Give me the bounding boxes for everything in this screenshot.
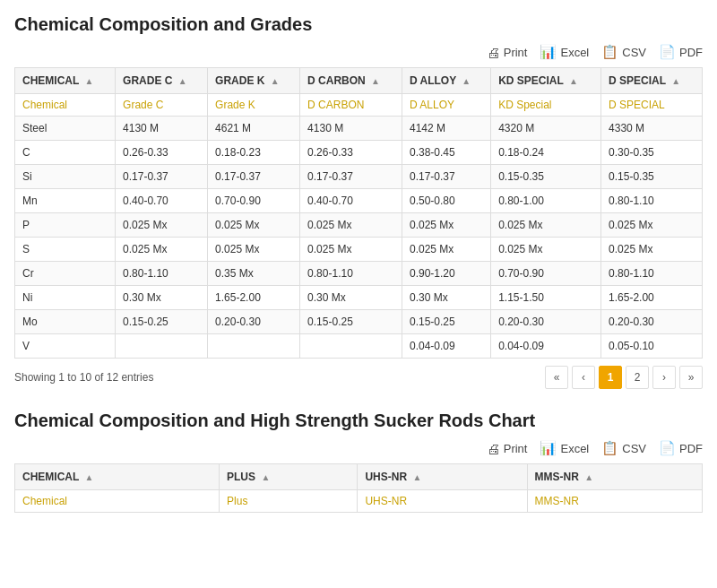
col-grade-c[interactable]: GRADE C ▲: [116, 68, 208, 94]
cell-d_special: 0.20-0.30: [601, 310, 703, 334]
section2-excel-button[interactable]: 📊 Excel: [540, 440, 589, 456]
cell-kd_special: 0.70-0.90: [491, 262, 601, 286]
s2-filter-plus: Plus: [220, 490, 358, 513]
cell-grade_k: 1.65-2.00: [208, 286, 300, 310]
cell-d_carbon: 0.26-0.33: [300, 141, 402, 165]
table-row: C0.26-0.330.18-0.230.26-0.330.38-0.450.1…: [15, 141, 703, 165]
cell-kd_special: 0.04-0.09: [491, 334, 601, 359]
cell-chemical: V: [15, 334, 116, 359]
cell-grade_k: 0.17-0.37: [208, 165, 300, 189]
cell-chemical: Mn: [15, 189, 116, 213]
cell-d_carbon: 4130 M: [300, 117, 402, 141]
cell-d_special: 0.30-0.35: [601, 141, 703, 165]
cell-d_carbon: 0.15-0.25: [300, 310, 402, 334]
col-d-carbon[interactable]: D CARBON ▲: [300, 68, 402, 94]
csv-button[interactable]: 📋 CSV: [601, 44, 646, 60]
cell-grade_k: [208, 334, 300, 359]
cell-grade_k: 0.025 Mx: [208, 238, 300, 262]
section2-header-row: CHEMICAL ▲ PLUS ▲ UHS-NR ▲ MMS-NR ▲: [15, 464, 703, 490]
cell-chemical: Ni: [15, 286, 116, 310]
cell-d_alloy: 4142 M: [402, 117, 490, 141]
csv-icon: 📋: [601, 44, 618, 60]
cell-d_carbon: 0.80-1.10: [300, 262, 402, 286]
table-row: Si0.17-0.370.17-0.370.17-0.370.17-0.370.…: [15, 165, 703, 189]
filter-kd-special: KD Special: [491, 94, 601, 117]
cell-grade_c: [116, 334, 208, 359]
s2-col-uhs-nr[interactable]: UHS-NR ▲: [358, 464, 527, 490]
cell-grade_k: 0.35 Mx: [208, 262, 300, 286]
s2-col-plus[interactable]: PLUS ▲: [220, 464, 358, 490]
section2-table: CHEMICAL ▲ PLUS ▲ UHS-NR ▲ MMS-NR ▲ Chem…: [14, 463, 703, 513]
page-prev-btn[interactable]: ‹: [572, 366, 595, 389]
sort-grade-c-icon: ▲: [178, 76, 187, 86]
cell-d_alloy: 0.50-0.80: [402, 189, 490, 213]
cell-grade_k: 0.025 Mx: [208, 213, 300, 238]
section2-toolbar: 🖨 Print 📊 Excel 📋 CSV 📄 PDF: [14, 440, 703, 456]
col-chemical[interactable]: CHEMICAL ▲: [15, 68, 116, 94]
cell-grade_k: 0.70-0.90: [208, 189, 300, 213]
cell-chemical: Mo: [15, 310, 116, 334]
print-icon: 🖨: [487, 45, 500, 60]
cell-d_special: 4330 M: [601, 117, 703, 141]
cell-kd_special: 0.025 Mx: [491, 213, 601, 238]
cell-d_alloy: 0.17-0.37: [402, 165, 490, 189]
cell-kd_special: 4320 M: [491, 117, 601, 141]
cell-d_special: 0.025 Mx: [601, 238, 703, 262]
cell-d_carbon: [300, 334, 402, 359]
cell-d_special: 0.025 Mx: [601, 213, 703, 238]
section2-print-icon: 🖨: [487, 441, 500, 456]
s2-filter-mms-nr: MMS-NR: [527, 490, 702, 513]
cell-chemical: C: [15, 141, 116, 165]
cell-kd_special: 0.025 Mx: [491, 238, 601, 262]
cell-d_alloy: 0.025 Mx: [402, 213, 490, 238]
table-row: Ni0.30 Mx1.65-2.000.30 Mx0.30 Mx1.15-1.5…: [15, 286, 703, 310]
s2-sort-chemical-icon: ▲: [84, 472, 93, 482]
cell-chemical: P: [15, 213, 116, 238]
cell-grade_c: 0.025 Mx: [116, 238, 208, 262]
cell-grade_k: 0.18-0.23: [208, 141, 300, 165]
table-row: Steel4130 M4621 M4130 M4142 M4320 M4330 …: [15, 117, 703, 141]
pagination-controls: « ‹ 1 2 › »: [545, 366, 703, 389]
table-row: Mo0.15-0.250.20-0.300.15-0.250.15-0.250.…: [15, 310, 703, 334]
print-button[interactable]: 🖨 Print: [487, 45, 528, 60]
table-row: P0.025 Mx0.025 Mx0.025 Mx0.025 Mx0.025 M…: [15, 213, 703, 238]
section1-filter-row: Chemical Grade C Grade K D CARBON D ALLO…: [15, 94, 703, 117]
col-d-alloy[interactable]: D ALLOY ▲: [402, 68, 490, 94]
col-grade-k[interactable]: GRADE K ▲: [208, 68, 300, 94]
section1-pagination: Showing 1 to 10 of 12 entries « ‹ 1 2 › …: [14, 366, 703, 389]
col-d-special[interactable]: D SPECIAL ▲: [601, 68, 703, 94]
page-2-btn[interactable]: 2: [626, 366, 649, 389]
page-last-btn[interactable]: »: [679, 366, 703, 389]
cell-grade_k: 4621 M: [208, 117, 300, 141]
page-1-btn[interactable]: 1: [599, 366, 622, 389]
section1-table: CHEMICAL ▲ GRADE C ▲ GRADE K ▲ D CARBON …: [14, 67, 703, 359]
table-row: Mn0.40-0.700.70-0.900.40-0.700.50-0.800.…: [15, 189, 703, 213]
filter-d-special: D SPECIAL: [601, 94, 703, 117]
pdf-button[interactable]: 📄 PDF: [659, 44, 703, 60]
s2-col-chemical[interactable]: CHEMICAL ▲: [15, 464, 220, 490]
cell-d_carbon: 0.30 Mx: [300, 286, 402, 310]
pagination-showing: Showing 1 to 10 of 12 entries: [14, 371, 153, 384]
excel-button[interactable]: 📊 Excel: [540, 44, 589, 60]
page-next-btn[interactable]: ›: [652, 366, 676, 389]
cell-d_special: 0.15-0.35: [601, 165, 703, 189]
s2-col-mms-nr[interactable]: MMS-NR ▲: [527, 464, 702, 490]
cell-d_alloy: 0.38-0.45: [402, 141, 490, 165]
cell-grade_c: 0.15-0.25: [116, 310, 208, 334]
s2-filter-uhs-nr: UHS-NR: [358, 490, 527, 513]
section2-pdf-button[interactable]: 📄 PDF: [659, 440, 703, 456]
section2-print-button[interactable]: 🖨 Print: [487, 441, 528, 456]
excel-icon: 📊: [540, 44, 557, 60]
cell-grade_c: 0.80-1.10: [116, 262, 208, 286]
cell-kd_special: 0.80-1.00: [491, 189, 601, 213]
table-row: S0.025 Mx0.025 Mx0.025 Mx0.025 Mx0.025 M…: [15, 238, 703, 262]
page-first-btn[interactable]: «: [545, 366, 568, 389]
filter-grade-c: Grade C: [116, 94, 208, 117]
section2-pdf-icon: 📄: [659, 440, 676, 456]
cell-d_special: 1.65-2.00: [601, 286, 703, 310]
cell-kd_special: 1.15-1.50: [491, 286, 601, 310]
col-kd-special[interactable]: KD SPECIAL ▲: [491, 68, 601, 94]
section2-csv-button[interactable]: 📋 CSV: [601, 440, 646, 456]
cell-d_alloy: 0.90-1.20: [402, 262, 490, 286]
s2-sort-mms-nr-icon: ▲: [584, 472, 593, 482]
